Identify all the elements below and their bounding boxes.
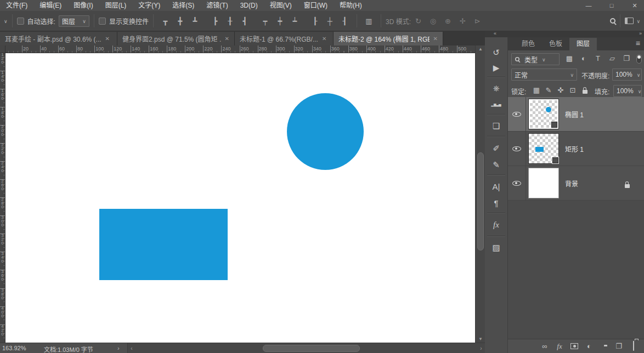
auto-select-target-dropdown[interactable]: 图层 — [59, 15, 89, 27]
document-tab-3[interactable]: 未标题-1 @ 66.7%(RGB/... ✕ — [235, 32, 334, 45]
visibility-cell[interactable] — [508, 166, 526, 200]
workspace-icon[interactable] — [625, 18, 634, 24]
brushes-panel-icon[interactable]: ✐ — [485, 144, 507, 153]
distribute-left-edges-icon[interactable]: ┠ — [308, 17, 323, 25]
layer-thumbnail[interactable] — [529, 168, 558, 198]
navigator-panel-icon[interactable]: ⎈ — [485, 83, 507, 93]
align-top-edges-icon[interactable]: ┳ — [158, 17, 173, 25]
menu-help[interactable]: 帮助(H) — [334, 0, 368, 11]
layer-row-ellipse-1[interactable]: 椭圆 1 — [508, 97, 644, 132]
show-transform-checkbox[interactable] — [99, 18, 106, 25]
rectangle-shape[interactable] — [99, 209, 228, 280]
vertical-ruler[interactable]: 1201401601802002202402602803003203403603… — [0, 53, 5, 343]
filter-toggle-icon[interactable] — [636, 54, 642, 64]
document-tab-2[interactable]: 健身界面2.psd @ 71.5% (圆角矩 ... ✕ — [117, 32, 235, 45]
close-icon[interactable]: ✕ — [631, 2, 639, 9]
styles-panel-icon[interactable]: fx — [485, 220, 507, 230]
filter-type-layers-icon[interactable]: T — [591, 54, 605, 62]
layer-style-icon[interactable]: fx — [556, 342, 563, 351]
lock-all-icon[interactable] — [579, 87, 590, 95]
menu-3d[interactable]: 3D(D) — [234, 0, 264, 11]
eye-icon[interactable] — [512, 181, 521, 186]
clone-source-panel-icon[interactable]: ❏ — [485, 121, 507, 131]
align-left-edges-icon[interactable]: ┣ — [208, 17, 223, 25]
visibility-cell[interactable] — [508, 132, 526, 166]
align-vertical-centers-icon[interactable]: ╋ — [173, 17, 188, 25]
menu-select[interactable]: 选择(S) — [166, 0, 200, 11]
align-bottom-edges-icon[interactable]: ┻ — [188, 17, 202, 25]
tab-layers[interactable]: 图层 — [569, 38, 597, 50]
lock-image-pixels-icon[interactable]: ✎ — [543, 86, 554, 94]
menu-window[interactable]: 窗口(W) — [298, 0, 334, 11]
link-layers-icon[interactable]: ∞ — [541, 342, 549, 350]
status-expand-icon[interactable]: › — [117, 345, 120, 351]
distribute-right-edges-icon[interactable]: ┨ — [337, 17, 352, 25]
close-tab-icon[interactable]: ✕ — [225, 36, 229, 42]
menu-type[interactable]: 文字(Y) — [132, 0, 166, 11]
character-panel-icon[interactable]: A| — [485, 182, 507, 191]
layer-thumbnail[interactable] — [529, 134, 558, 163]
document-canvas[interactable] — [5, 53, 475, 343]
visibility-cell[interactable] — [508, 97, 526, 131]
lock-artboard-icon[interactable]: ⊡ — [567, 86, 578, 94]
auto-select-checkbox[interactable] — [17, 18, 24, 25]
actions-panel-icon[interactable]: ▶ — [485, 63, 507, 73]
tool-preset-chevron-icon[interactable] — [4, 17, 8, 25]
eye-icon[interactable] — [512, 146, 521, 151]
eye-icon[interactable] — [512, 112, 521, 117]
close-tab-icon[interactable]: ✕ — [322, 36, 326, 42]
document-tab-1[interactable]: 耳麦手绘 - 副本.psd @ 30.6% (... ✕ — [0, 32, 117, 45]
expand-panels-icon[interactable]: » — [639, 31, 642, 36]
histogram-panel-icon[interactable]: ▂▆▃▅ — [485, 103, 507, 106]
new-adjustment-layer-icon[interactable]: ◐ — [585, 342, 593, 350]
paragraph-panel-icon[interactable]: ¶ — [485, 198, 507, 208]
distribute-vertical-centers-icon[interactable]: ┿ — [273, 17, 287, 25]
filter-adjustment-layers-icon[interactable]: ◐ — [577, 54, 590, 62]
distribute-bottom-edges-icon[interactable]: ┷ — [287, 17, 302, 25]
collapse-panels-icon[interactable]: « — [494, 31, 496, 36]
distribute-spacing-icon[interactable]: ▥ — [361, 17, 376, 25]
panel-menu-icon[interactable]: ≡ — [636, 39, 640, 48]
lock-transparent-pixels-icon[interactable]: ▦ — [531, 86, 542, 94]
menu-filter[interactable]: 滤镜(T) — [200, 0, 234, 11]
zoom-level-value[interactable]: 163.92% — [2, 345, 26, 351]
brush-settings-panel-icon[interactable]: ✎ — [485, 160, 507, 170]
close-tab-icon[interactable]: ✕ — [105, 36, 110, 42]
align-right-edges-icon[interactable]: ┫ — [238, 17, 252, 25]
lock-position-icon[interactable]: ✜ — [555, 86, 566, 94]
opacity-dropdown[interactable]: 100% — [612, 69, 642, 81]
vector-mask-badge-icon[interactable] — [551, 121, 558, 128]
menu-layer[interactable]: 图层(L) — [99, 0, 133, 11]
layer-thumbnail[interactable] — [529, 99, 558, 129]
distribute-horizontal-centers-icon[interactable]: ┼ — [323, 17, 337, 25]
filter-pixel-layers-icon[interactable]: ▩ — [563, 54, 576, 62]
blend-mode-dropdown[interactable]: 正常 — [511, 69, 577, 81]
vector-mask-badge-icon[interactable] — [552, 157, 559, 164]
ellipse-shape[interactable] — [287, 93, 364, 170]
workspace-chevron-icon[interactable] — [636, 17, 640, 25]
horizontal-ruler[interactable]: 2040608010012014016018020022024026028030… — [5, 45, 485, 53]
filter-smart-objects-icon[interactable]: ❐ — [620, 54, 633, 62]
vertical-scrollbar[interactable]: ▲ ▼ — [475, 45, 485, 343]
layer-row-rectangle-1[interactable]: 矩形 1 — [508, 132, 644, 166]
menu-file[interactable]: 文件(F) — [0, 0, 33, 11]
scroll-right-icon[interactable]: › — [477, 343, 485, 353]
scroll-up-icon[interactable]: ▲ — [476, 45, 485, 53]
horizontal-scrollbar[interactable]: ‹ › — [127, 343, 485, 353]
tab-swatches[interactable]: 色板 — [542, 38, 569, 50]
tab-color[interactable]: 颜色 — [515, 38, 542, 50]
layer-row-background[interactable]: 背景 — [508, 166, 644, 201]
filter-type-dropdown[interactable]: 类型 — [511, 53, 560, 65]
close-tab-icon[interactable]: ✕ — [433, 36, 438, 42]
vertical-scrollbar-thumb[interactable] — [477, 152, 484, 250]
history-panel-icon[interactable]: ↺ — [485, 48, 507, 58]
scroll-down-icon[interactable]: ▼ — [476, 335, 485, 343]
delete-layer-icon[interactable] — [630, 342, 637, 350]
maximize-icon[interactable]: □ — [608, 2, 615, 9]
patterns-panel-icon[interactable]: ▨ — [485, 243, 507, 253]
horizontal-scrollbar-thumb[interactable] — [263, 345, 360, 352]
menu-image[interactable]: 图像(I) — [67, 0, 99, 11]
new-layer-icon[interactable]: ❐ — [615, 342, 623, 350]
menu-view[interactable]: 视图(V) — [264, 0, 298, 11]
filter-shape-layers-icon[interactable]: ▱ — [606, 54, 619, 62]
